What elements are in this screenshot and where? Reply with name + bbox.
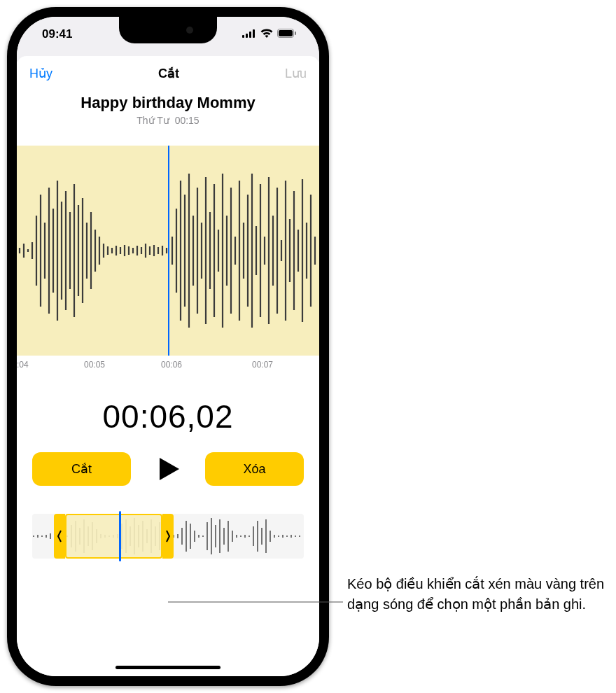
svg-rect-6 <box>295 31 296 35</box>
time-ruler: :04 00:05 00:06 00:07 <box>17 356 319 377</box>
delete-button[interactable]: Xóa <box>205 452 304 486</box>
home-indicator[interactable] <box>115 666 220 669</box>
callout-text: Kéo bộ điều khiển cắt xén màu vàng trên … <box>347 574 606 615</box>
playhead[interactable] <box>168 146 169 356</box>
trim-overview[interactable] <box>32 514 304 559</box>
play-button[interactable] <box>144 455 192 483</box>
ruler-tick: 00:06 <box>161 360 182 370</box>
battery-icon <box>277 27 297 41</box>
cancel-button[interactable]: Hủy <box>29 66 52 81</box>
notch <box>119 17 217 43</box>
ruler-tick: :04 <box>17 360 29 370</box>
ruler-tick: 00:07 <box>252 360 273 370</box>
trim-playhead[interactable] <box>119 511 121 561</box>
recording-duration: 00:15 <box>175 115 200 126</box>
svg-rect-3 <box>253 29 255 38</box>
nav-bar: Hủy Cắt Lưu <box>17 56 319 91</box>
editor-sheet: Hủy Cắt Lưu Happy birthday Mommy Thứ Tư … <box>17 56 319 676</box>
recording-header: Happy birthday Mommy Thứ Tư 00:15 <box>17 91 319 133</box>
status-right <box>242 27 297 41</box>
nav-title: Cắt <box>158 66 179 81</box>
signal-icon <box>242 27 256 41</box>
save-button[interactable]: Lưu <box>285 66 307 81</box>
chevron-left-icon <box>57 529 62 543</box>
trim-handle-right[interactable] <box>162 514 174 559</box>
svg-rect-0 <box>242 35 244 38</box>
play-icon <box>154 455 182 483</box>
svg-rect-1 <box>246 34 248 38</box>
chevron-right-icon <box>165 529 171 543</box>
recording-day: Thứ Tư <box>136 115 169 126</box>
ruler-tick: 00:05 <box>84 360 105 370</box>
status-time: 09:41 <box>42 27 72 41</box>
controls-row: Cắt Xóa <box>17 435 319 486</box>
wifi-icon <box>260 27 273 41</box>
recording-meta: Thứ Tư 00:15 <box>17 115 319 126</box>
trim-handle-left[interactable] <box>54 514 65 559</box>
svg-rect-2 <box>249 31 251 38</box>
playback-time: 00:06,02 <box>17 398 319 435</box>
svg-rect-5 <box>279 30 293 36</box>
trim-button[interactable]: Cắt <box>32 452 131 486</box>
phone-frame: 09:41 Hủy Cắt Lưu Happy birt <box>7 7 329 686</box>
screen: 09:41 Hủy Cắt Lưu Happy birt <box>17 17 319 676</box>
trim-selection[interactable] <box>65 514 163 559</box>
recording-name: Happy birthday Mommy <box>17 94 319 112</box>
waveform-main[interactable] <box>17 146 319 356</box>
